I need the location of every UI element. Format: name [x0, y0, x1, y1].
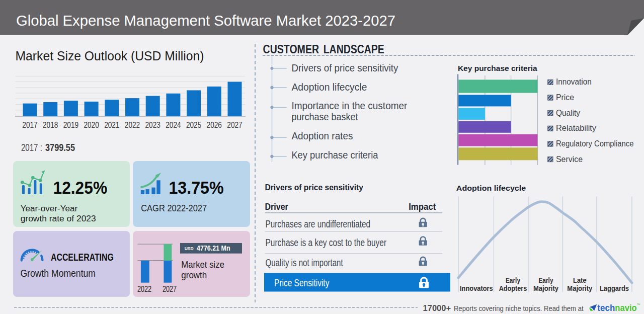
svg-text:17000+: 17000+ — [423, 303, 451, 313]
svg-text:2020: 2020 — [84, 121, 99, 129]
svg-text:Impact: Impact — [409, 201, 436, 212]
svg-text:Year-over-Year: Year-over-Year — [21, 203, 78, 213]
svg-text:2017 :: 2017 : — [21, 142, 42, 153]
svg-text:Quality is not important: Quality is not important — [266, 257, 344, 268]
svg-text:Importance in the customer: Importance in the customer — [291, 100, 407, 111]
svg-text:Quality: Quality — [556, 109, 580, 117]
svg-text:Adopters: Adopters — [499, 284, 527, 292]
svg-text:Adoption lifecycle: Adoption lifecycle — [291, 82, 367, 93]
svg-text:4776.21 Mn: 4776.21 Mn — [197, 245, 230, 252]
svg-text:Key purchase criteria: Key purchase criteria — [458, 64, 537, 72]
svg-text:13.75%: 13.75% — [169, 178, 223, 197]
svg-text:Price: Price — [556, 93, 574, 102]
svg-text:Growth Momentum: Growth Momentum — [20, 268, 96, 279]
svg-text:Drivers of price sensitivity: Drivers of price sensitivity — [291, 62, 398, 73]
svg-text:Global Expense Management Soft: Global Expense Management Software Marke… — [16, 13, 395, 29]
svg-text:growth rate of 2023: growth rate of 2023 — [21, 213, 96, 223]
svg-text:2017: 2017 — [22, 121, 37, 129]
svg-text:Key purchase criteria: Key purchase criteria — [291, 149, 378, 161]
svg-text:Majority: Majority — [567, 284, 592, 292]
svg-text:ACCELERATING: ACCELERATING — [51, 252, 114, 263]
svg-text:Early: Early — [538, 276, 553, 284]
svg-text:12.25%: 12.25% — [53, 178, 108, 197]
svg-text:Regulatory Compliance: Regulatory Compliance — [556, 139, 633, 148]
svg-text:2022: 2022 — [137, 284, 151, 294]
svg-text:Purchases are undifferentiated: Purchases are undifferentiated — [266, 218, 371, 229]
svg-text:Relatability: Relatability — [556, 124, 596, 132]
svg-text:™: ™ — [637, 303, 640, 306]
svg-text:Purchase is a key cost to the: Purchase is a key cost to the buyer — [266, 237, 387, 248]
svg-text:2023: 2023 — [145, 121, 160, 129]
svg-text:tech: tech — [597, 303, 615, 313]
svg-text:2019: 2019 — [63, 121, 78, 129]
svg-text:CUSTOMER: CUSTOMER — [263, 42, 319, 56]
svg-text:Service: Service — [556, 155, 583, 164]
svg-text:Majority: Majority — [533, 284, 558, 292]
svg-text:Market Size Outlook (USD Milli: Market Size Outlook (USD Million) — [16, 48, 204, 63]
svg-text:Adoption rates: Adoption rates — [291, 130, 353, 141]
svg-text:2027: 2027 — [227, 121, 242, 129]
svg-text:Laggards: Laggards — [600, 284, 629, 292]
svg-text:Reports covering niche topics.: Reports covering niche topics. Read them… — [454, 304, 584, 312]
svg-text:Adoption lifecycle: Adoption lifecycle — [456, 184, 526, 192]
svg-text:Innovation: Innovation — [556, 77, 592, 86]
svg-text:2021: 2021 — [104, 121, 119, 129]
svg-text:USD: USD — [185, 246, 194, 251]
svg-text:Price Sensitivity: Price Sensitivity — [274, 277, 329, 288]
svg-text:Early: Early — [506, 276, 520, 284]
svg-text:2022: 2022 — [125, 121, 140, 129]
svg-text:purchase basket: purchase basket — [291, 111, 358, 122]
svg-text:2024: 2024 — [166, 121, 181, 129]
svg-text:Late: Late — [573, 276, 587, 284]
svg-text:Driver: Driver — [265, 201, 289, 212]
svg-text:LANDSCAPE: LANDSCAPE — [324, 42, 384, 56]
svg-text:navio: navio — [615, 303, 636, 313]
svg-text:CAGR 2022-2027: CAGR 2022-2027 — [141, 203, 207, 213]
svg-text:growth: growth — [181, 270, 207, 280]
svg-text:Drivers of price sensitivity: Drivers of price sensitivity — [265, 183, 363, 192]
svg-text:2018: 2018 — [43, 121, 58, 129]
svg-text:2026: 2026 — [207, 121, 222, 129]
svg-text:2025: 2025 — [186, 121, 201, 129]
svg-text:Market size: Market size — [181, 259, 224, 270]
svg-text:Innovators: Innovators — [460, 284, 493, 292]
svg-text:2027: 2027 — [163, 284, 177, 294]
svg-text:3799.55: 3799.55 — [45, 142, 75, 153]
